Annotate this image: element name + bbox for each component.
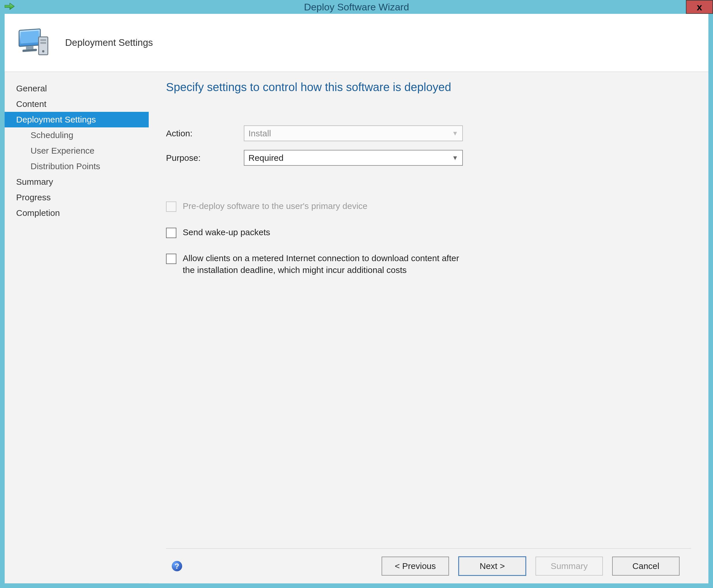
- action-select: Install ▼: [244, 125, 463, 141]
- banner: Deployment Settings: [5, 14, 708, 72]
- sidebar-item-label: Scheduling: [30, 130, 73, 140]
- sidebar-item-label: Progress: [16, 192, 51, 202]
- body: General Content Deployment Settings Sche…: [5, 72, 708, 583]
- sidebar-item-completion[interactable]: Completion: [5, 205, 149, 221]
- metered-label: Allow clients on a metered Internet conn…: [183, 252, 468, 276]
- predeploy-checkbox: [166, 202, 176, 212]
- action-row: Action: Install ▼: [166, 125, 691, 141]
- cancel-button[interactable]: Cancel: [612, 556, 679, 575]
- next-button[interactable]: Next >: [458, 556, 526, 576]
- sidebar-item-general[interactable]: General: [5, 81, 149, 96]
- metered-row: Allow clients on a metered Internet conn…: [166, 252, 468, 276]
- sidebar-item-scheduling[interactable]: Scheduling: [5, 127, 149, 143]
- sidebar-item-label: Deployment Settings: [16, 115, 96, 124]
- sidebar-item-content[interactable]: Content: [5, 96, 149, 112]
- sidebar-item-label: User Experience: [30, 146, 95, 155]
- purpose-row: Purpose: Required ▼: [166, 150, 691, 166]
- sidebar-item-user-experience[interactable]: User Experience: [5, 143, 149, 159]
- predeploy-row: Pre-deploy software to the user's primar…: [166, 200, 468, 212]
- action-value: Install: [248, 129, 271, 138]
- purpose-value: Required: [248, 153, 284, 163]
- sidebar-item-summary[interactable]: Summary: [5, 174, 149, 190]
- wizard-icon: [13, 25, 54, 60]
- sidebar-item-progress[interactable]: Progress: [5, 190, 149, 205]
- wizard-window: Deploy Software Wizard x: [0, 0, 713, 588]
- button-label: Summary: [551, 561, 588, 571]
- titlebar: Deploy Software Wizard x: [0, 0, 713, 14]
- wakeup-label: Send wake-up packets: [183, 227, 270, 238]
- sidebar-item-distribution-points[interactable]: Distribution Points: [5, 159, 149, 174]
- button-label: Cancel: [632, 561, 659, 571]
- purpose-label: Purpose:: [166, 153, 244, 163]
- sidebar-item-label: Content: [16, 99, 46, 109]
- close-icon: x: [697, 1, 702, 13]
- svg-rect-1: [21, 31, 39, 43]
- summary-button: Summary: [536, 556, 603, 575]
- sidebar-item-label: Summary: [16, 177, 53, 187]
- close-button[interactable]: x: [686, 0, 713, 14]
- chevron-down-icon: ▼: [452, 154, 458, 162]
- wakeup-checkbox[interactable]: [166, 228, 176, 238]
- checkbox-group: Pre-deploy software to the user's primar…: [166, 200, 691, 290]
- page-title: Deployment Settings: [65, 37, 153, 48]
- svg-rect-6: [40, 42, 46, 44]
- sidebar: General Content Deployment Settings Sche…: [5, 72, 149, 583]
- help-icon[interactable]: [172, 561, 182, 571]
- sidebar-item-label: General: [16, 84, 47, 93]
- svg-rect-2: [26, 46, 34, 49]
- main-panel: Specify settings to control how this sof…: [149, 72, 708, 583]
- purpose-select[interactable]: Required ▼: [244, 150, 463, 166]
- sidebar-item-label: Distribution Points: [30, 162, 100, 171]
- action-label: Action:: [166, 129, 244, 138]
- metered-checkbox[interactable]: [166, 254, 176, 264]
- svg-point-7: [42, 50, 44, 52]
- footer: < Previous Next > Summary Cancel: [166, 548, 691, 583]
- svg-rect-5: [40, 39, 46, 41]
- previous-button[interactable]: < Previous: [382, 556, 449, 575]
- forward-arrow-icon: [5, 3, 15, 12]
- sidebar-item-deployment-settings[interactable]: Deployment Settings: [5, 112, 149, 127]
- button-label: Next >: [480, 561, 505, 571]
- sidebar-item-label: Completion: [16, 208, 60, 217]
- content-heading: Specify settings to control how this sof…: [166, 81, 691, 94]
- window-title: Deploy Software Wizard: [0, 1, 713, 13]
- wakeup-row: Send wake-up packets: [166, 227, 468, 238]
- button-label: < Previous: [395, 561, 436, 571]
- predeploy-label: Pre-deploy software to the user's primar…: [183, 200, 368, 212]
- chevron-down-icon: ▼: [452, 130, 458, 137]
- client-area: Deployment Settings General Content Depl…: [5, 14, 708, 583]
